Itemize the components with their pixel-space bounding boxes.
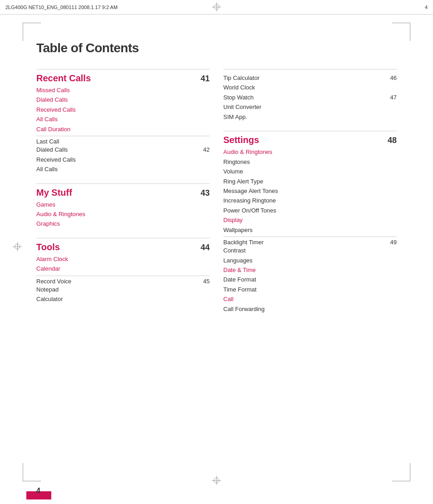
section-my-stuff-page: 43 xyxy=(201,188,210,198)
list-item: Dialed Calls xyxy=(36,145,68,154)
subsection-label: Last Call xyxy=(36,138,59,145)
list-item: Audio & Ringtones xyxy=(223,147,397,157)
list-item: Calendar xyxy=(36,264,210,273)
list-item: Tip Calculator xyxy=(223,73,260,83)
tools-subsection: Record Voice 45 Notepad Calculator xyxy=(36,276,210,304)
corner-mark-bl-v xyxy=(23,463,23,481)
header-page: 4 xyxy=(425,5,428,10)
section-recent-calls-title: Recent Calls xyxy=(36,73,91,84)
toc-columns: Recent Calls 41 Missed Calls Dialed Call… xyxy=(36,69,397,317)
list-item: Received Calls xyxy=(36,105,210,114)
section-settings: Settings 48 Audio & Ringtones Ringtones … xyxy=(223,131,397,314)
list-item-page: 46 xyxy=(390,73,397,83)
list-item: Increasing Ringtone xyxy=(223,196,397,205)
list-item: Message Alert Tones xyxy=(223,186,397,196)
main-content: Table of Contents Recent Calls 41 Missed… xyxy=(36,41,397,468)
corner-mark-bl-h xyxy=(23,481,41,481)
right-column: Tip Calculator 46 World Clock Stop Watch… xyxy=(223,69,397,317)
reg-mark-left xyxy=(13,242,22,251)
corner-mark-tr-v xyxy=(410,23,410,41)
recent-calls-subsection: Last Call Dialed Calls 42 Received Calls… xyxy=(36,136,210,174)
corner-mark-br-v xyxy=(410,463,410,481)
list-item: Stop Watch xyxy=(223,93,254,102)
list-item: Contrast xyxy=(223,246,397,255)
list-item: Missed Calls xyxy=(36,85,210,95)
left-column: Recent Calls 41 Missed Calls Dialed Call… xyxy=(36,69,210,317)
list-item: Graphics xyxy=(36,219,210,228)
list-item: Alarm Clock xyxy=(36,254,210,264)
recent-calls-items: Missed Calls Dialed Calls Received Calls… xyxy=(36,85,210,134)
list-item: Dialed Calls xyxy=(36,95,210,104)
list-item: Call Duration xyxy=(36,124,210,134)
list-item: Date Format xyxy=(223,275,397,284)
section-recent-calls: Recent Calls 41 Missed Calls Dialed Call… xyxy=(36,69,210,174)
section-my-stuff: My Stuff 43 Games Audio & Ringtones Grap… xyxy=(36,183,210,229)
subsection-record-voice: Record Voice 45 xyxy=(36,276,210,285)
section-settings-page: 48 xyxy=(388,136,397,145)
section-recent-calls-header: Recent Calls 41 xyxy=(36,69,210,84)
list-item-page: 42 xyxy=(203,145,210,154)
section-tools-header: Tools 44 xyxy=(36,238,210,252)
page-title: Table of Contents xyxy=(36,41,397,55)
list-item: Notepad xyxy=(36,285,210,294)
section-recent-calls-page: 41 xyxy=(201,74,210,84)
list-item: All Calls xyxy=(36,114,210,124)
list-item: Ring Alert Type xyxy=(223,177,397,186)
section-my-stuff-title: My Stuff xyxy=(36,188,72,198)
list-item: Call Forwarding xyxy=(223,304,397,314)
list-item: Unit Converter xyxy=(223,102,397,112)
tools-cont-divider: Tip Calculator 46 World Clock Stop Watch… xyxy=(223,69,397,122)
subsection-page: 45 xyxy=(203,278,210,285)
list-item: World Clock xyxy=(223,83,397,92)
tools-items: Alarm Clock Calendar xyxy=(36,254,210,274)
section-settings-title: Settings xyxy=(223,135,259,145)
list-item: Calculator xyxy=(36,294,210,304)
subsection-backlight: Backlight Timer 49 xyxy=(223,237,397,246)
corner-mark-tr-h xyxy=(392,23,410,23)
list-item: Games xyxy=(36,200,210,209)
reg-mark-top xyxy=(212,2,221,11)
subsection-last-call: Last Call xyxy=(36,136,210,145)
corner-mark-br-h xyxy=(392,481,410,481)
section-settings-header: Settings 48 xyxy=(223,131,397,145)
section-tools: Tools 44 Alarm Clock Calendar Record Voi… xyxy=(36,238,210,304)
list-item: Received Calls xyxy=(36,155,210,164)
reg-mark-bottom xyxy=(212,476,221,485)
list-item: Date & Time xyxy=(223,265,397,275)
section-my-stuff-header: My Stuff 43 xyxy=(36,183,210,198)
list-item: SIM App. xyxy=(223,112,397,122)
section-tools-title: Tools xyxy=(36,242,60,252)
my-stuff-items: Games Audio & Ringtones Graphics xyxy=(36,200,210,229)
list-item: Wallpapers xyxy=(223,225,397,235)
section-tools-page: 44 xyxy=(201,243,210,252)
settings-items: Audio & Ringtones Ringtones Volume Ring … xyxy=(223,147,397,235)
page-number: 4 xyxy=(36,487,40,495)
list-item: Call xyxy=(223,294,397,304)
list-item: All Calls xyxy=(36,164,210,174)
list-item: Ringtones xyxy=(223,157,397,167)
list-item: Power On/Off Tones xyxy=(223,206,397,215)
list-item: Time Format xyxy=(223,285,397,294)
subsection-page: 49 xyxy=(390,239,397,246)
section-tools-cont: Tip Calculator 46 World Clock Stop Watch… xyxy=(223,69,397,122)
header-text: 2LG400G NET10_ENG_080111 2008.1.17 9:2 A… xyxy=(5,5,118,10)
corner-mark-tl-v xyxy=(23,23,23,41)
settings-subsection: Backlight Timer 49 Contrast Languages Da… xyxy=(223,237,397,314)
list-item-page: 47 xyxy=(390,93,397,102)
list-item: Display xyxy=(223,215,397,225)
list-item: Volume xyxy=(223,167,397,176)
list-item: Languages xyxy=(223,256,397,265)
corner-mark-tl-h xyxy=(23,23,41,23)
subsection-label: Record Voice xyxy=(36,278,71,285)
list-item: Audio & Ringtones xyxy=(36,209,210,219)
subsection-label: Backlight Timer xyxy=(223,239,264,246)
